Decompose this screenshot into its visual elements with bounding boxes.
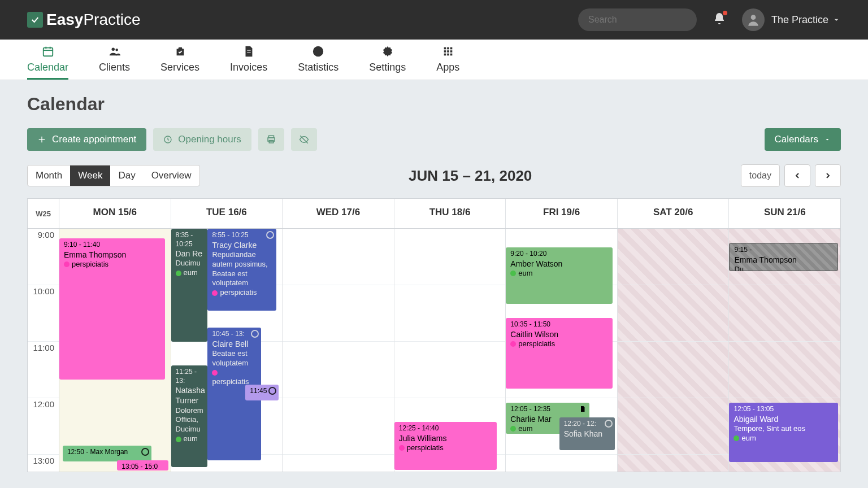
- calendar-event[interactable]: 12:05 - 13:05Abigail WardTempore, Sint a…: [729, 403, 838, 462]
- today-button[interactable]: today: [741, 164, 780, 187]
- time-label: 11:00: [28, 342, 59, 398]
- svg-rect-18: [444, 54, 446, 56]
- chevron-left-icon: [793, 171, 802, 180]
- svg-rect-20: [450, 54, 452, 56]
- svg-rect-17: [450, 50, 452, 53]
- calendar-event[interactable]: 10:35 - 11:50Caitlin Wilsonperspiciatis: [506, 318, 613, 389]
- nav-statistics[interactable]: Statistics: [298, 45, 338, 80]
- day-header: FRI 19/6: [506, 199, 618, 228]
- settings-icon: [381, 45, 394, 58]
- file-icon: [579, 405, 586, 413]
- date-range-title: JUN 15 – 21, 2020: [200, 167, 741, 185]
- services-icon: [174, 45, 186, 58]
- profile-name: The Practice: [771, 14, 828, 26]
- nav-calendar[interactable]: Calendar: [27, 45, 68, 80]
- calendar-event[interactable]: 9:15 - Emma ThompsonDu: [729, 243, 838, 271]
- view-day[interactable]: Day: [110, 165, 143, 186]
- avatar: [742, 8, 765, 31]
- apps-icon: [442, 45, 454, 58]
- time-label: 9:00: [28, 229, 59, 285]
- calendar-event[interactable]: 13:05 - 15:0: [117, 460, 168, 470]
- day-header: SUN 21/6: [729, 199, 840, 228]
- calendar-event[interactable]: 9:10 - 11:40Emma Thompsonperspiciatis: [59, 238, 165, 380]
- calendar-event[interactable]: 8:55 - 10:25Tracy ClarkeRepudiandae aute…: [207, 229, 276, 311]
- svg-rect-12: [444, 47, 446, 50]
- calendar-event[interactable]: 12:50 - Max Morgan: [63, 446, 151, 461]
- profile-menu[interactable]: The Practice: [742, 8, 841, 31]
- notification-dot-icon: [723, 11, 727, 15]
- day-header: MON 15/6: [59, 199, 171, 228]
- svg-rect-13: [447, 47, 449, 50]
- view-overview[interactable]: Overview: [144, 165, 199, 186]
- calendar-event[interactable]: 11:45: [245, 385, 279, 400]
- plus-icon: [37, 135, 46, 144]
- view-month[interactable]: Month: [28, 165, 70, 186]
- invoices-icon: [242, 45, 255, 58]
- notifications-button[interactable]: [713, 12, 726, 28]
- svg-rect-16: [447, 50, 449, 53]
- page-title: Calendar: [27, 94, 841, 115]
- recur-icon: [251, 330, 259, 338]
- calendar-event[interactable]: 12:25 - 14:40Julia Williamsperspiciatis: [394, 422, 497, 470]
- chevron-right-icon: [823, 171, 832, 180]
- calendar-event[interactable]: 11:25 - 13:Natasha TurnerDolorem Officia…: [171, 365, 208, 467]
- nav-services[interactable]: Services: [160, 45, 199, 80]
- svg-point-2: [751, 15, 756, 20]
- week-number: W25: [28, 199, 59, 228]
- time-label: 12:00: [28, 398, 59, 455]
- caret-down-icon: [824, 136, 831, 143]
- opening-hours-button[interactable]: Opening hours: [153, 128, 251, 151]
- statistics-icon: [312, 45, 324, 58]
- calendar-event[interactable]: 8:35 - 10:25Dan ReDucimueum: [171, 229, 208, 342]
- recur-icon: [605, 420, 613, 428]
- chevron-down-icon: [832, 15, 841, 24]
- recur-icon: [266, 231, 274, 239]
- time-label: 13:00: [28, 455, 59, 472]
- recur-icon: [141, 448, 149, 456]
- clients-icon: [108, 45, 121, 58]
- next-button[interactable]: [815, 164, 841, 187]
- svg-point-8: [115, 49, 118, 51]
- logo-check-icon: [27, 12, 43, 28]
- svg-rect-3: [43, 48, 53, 56]
- time-label: 10:00: [28, 285, 59, 342]
- day-header: SAT 20/6: [618, 199, 730, 228]
- svg-rect-14: [450, 47, 452, 50]
- nav-apps[interactable]: Apps: [436, 45, 459, 80]
- nav-clients[interactable]: Clients: [99, 45, 130, 80]
- eye-off-icon: [299, 134, 309, 145]
- prev-button[interactable]: [784, 164, 810, 187]
- printer-icon: [266, 134, 276, 145]
- calendar-icon: [42, 45, 54, 58]
- view-week[interactable]: Week: [70, 165, 110, 186]
- view-switch[interactable]: MonthWeekDayOverview: [27, 165, 200, 186]
- create-appointment-button[interactable]: Create appointment: [27, 128, 146, 151]
- svg-rect-19: [447, 54, 449, 56]
- calendars-dropdown[interactable]: Calendars: [765, 128, 841, 151]
- calendar-event[interactable]: 12:20 - 12:Sofia Khan: [559, 417, 615, 450]
- svg-rect-15: [444, 50, 446, 53]
- logo[interactable]: EasyPractice: [27, 11, 141, 29]
- calendar-event[interactable]: 9:20 - 10:20Amber Watsoneum: [506, 247, 613, 304]
- day-header: WED 17/6: [283, 199, 394, 228]
- svg-point-7: [111, 48, 115, 51]
- nav-settings[interactable]: Settings: [369, 45, 406, 80]
- nav-invoices[interactable]: Invoices: [230, 45, 267, 80]
- day-header: TUE 16/6: [171, 199, 283, 228]
- day-header: THU 18/6: [394, 199, 506, 228]
- print-button[interactable]: [258, 128, 284, 151]
- recur-icon: [268, 387, 276, 395]
- search-input-wrap[interactable]: [578, 8, 697, 31]
- visibility-toggle-button[interactable]: [291, 128, 317, 151]
- clock-icon: [163, 135, 172, 144]
- search-input[interactable]: [588, 15, 701, 25]
